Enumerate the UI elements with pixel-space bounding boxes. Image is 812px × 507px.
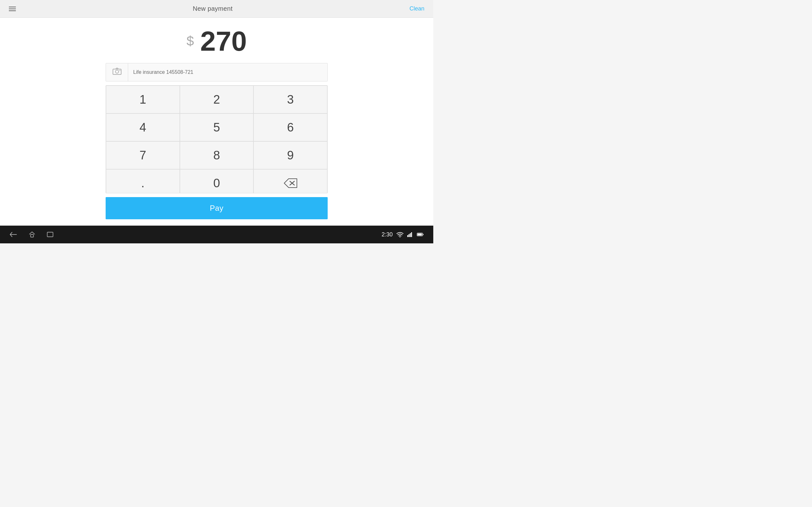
- camera-icon: [113, 68, 121, 77]
- key-7[interactable]: 7: [106, 141, 180, 169]
- svg-rect-11: [417, 233, 422, 235]
- key-3[interactable]: 3: [253, 86, 327, 113]
- main-content: $ 270 Life insurance 145508-721 1 2 3 4 …: [0, 18, 433, 226]
- payment-info-field[interactable]: Life insurance 145508-721: [106, 63, 328, 81]
- backspace-icon: [284, 178, 298, 188]
- home-icon: [29, 231, 36, 238]
- svg-rect-9: [411, 232, 412, 237]
- svg-rect-6: [407, 235, 408, 237]
- bottom-bar: 2:30: [0, 226, 433, 243]
- time-display: 2:30: [382, 231, 393, 238]
- svg-rect-3: [31, 234, 33, 237]
- back-arrow-icon: [9, 232, 17, 237]
- amount-value: 270: [200, 27, 247, 55]
- status-right: 2:30: [382, 231, 424, 238]
- wifi-icon: [397, 232, 403, 237]
- svg-rect-12: [422, 234, 423, 235]
- home-button[interactable]: [29, 231, 36, 238]
- key-1[interactable]: 1: [106, 86, 180, 113]
- key-6[interactable]: 6: [253, 113, 327, 141]
- currency-symbol: $: [187, 34, 194, 49]
- svg-rect-4: [47, 232, 53, 237]
- svg-point-1: [115, 70, 119, 73]
- key-8[interactable]: 8: [180, 141, 254, 169]
- payment-icon-container: [106, 63, 128, 81]
- nav-left: [9, 231, 53, 238]
- key-4[interactable]: 4: [106, 113, 180, 141]
- clean-button[interactable]: Clean: [407, 3, 427, 14]
- svg-rect-8: [410, 233, 411, 237]
- top-bar: New payment Clean: [0, 0, 433, 18]
- pay-button[interactable]: Pay: [106, 197, 328, 219]
- key-0[interactable]: 0: [180, 169, 254, 193]
- numpad: 1 2 3 4 5 6 7 8 9 . 0: [106, 85, 328, 193]
- svg-point-5: [400, 237, 401, 238]
- recents-button[interactable]: [47, 232, 53, 237]
- signal-icon: [407, 232, 413, 237]
- menu-icon[interactable]: [6, 4, 18, 14]
- svg-point-2: [119, 70, 120, 71]
- svg-rect-7: [409, 234, 409, 237]
- back-button[interactable]: [9, 232, 17, 237]
- key-9[interactable]: 9: [253, 141, 327, 169]
- recents-icon: [47, 232, 53, 237]
- backspace-key[interactable]: [253, 169, 327, 193]
- battery-icon: [417, 232, 424, 237]
- payment-description: Life insurance 145508-721: [128, 69, 327, 75]
- key-dot[interactable]: .: [106, 169, 180, 193]
- page-title: New payment: [193, 5, 233, 12]
- amount-display: $ 270: [106, 27, 328, 55]
- key-5[interactable]: 5: [180, 113, 254, 141]
- key-2[interactable]: 2: [180, 86, 254, 113]
